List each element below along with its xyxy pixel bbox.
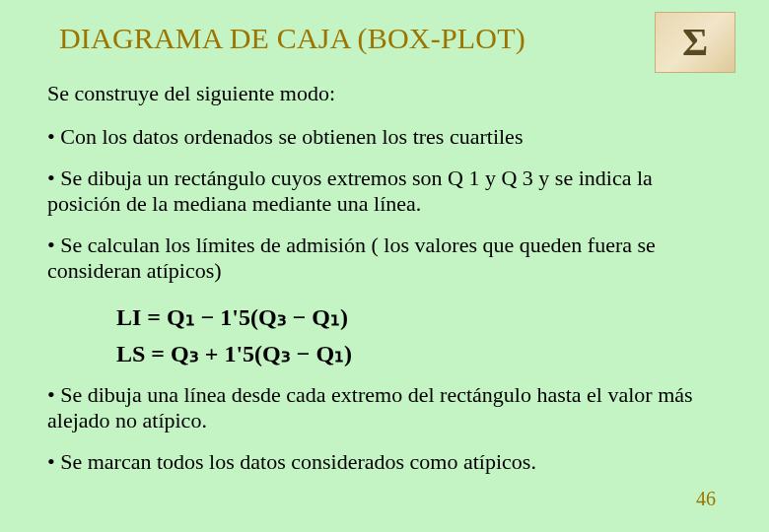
- formula-block: LI = Q₁ − 1'5(Q₃ − Q₁) LS = Q₃ + 1'5(Q₃ …: [116, 299, 722, 372]
- page-title: DIAGRAMA DE CAJA (BOX-PLOT): [59, 22, 722, 55]
- slide-body: DIAGRAMA DE CAJA (BOX-PLOT) Se construye…: [0, 0, 769, 475]
- bullet-item-4: Se dibuja una línea desde cada extremo d…: [47, 382, 722, 433]
- intro-text: Se construye del siguiente modo:: [47, 81, 722, 106]
- formula-li: LI = Q₁ − 1'5(Q₃ − Q₁): [116, 299, 722, 336]
- bullet-list: Con los datos ordenados se obtienen los …: [47, 124, 722, 284]
- bullet-item-3: Se calculan los límites de admisión ( lo…: [47, 233, 722, 284]
- bullet-item-5: Se marcan todos los datos considerados c…: [47, 449, 722, 475]
- sigma-glyph: Σ: [682, 23, 708, 62]
- page-number: 46: [696, 488, 716, 510]
- bullet-item-2: Se dibuja un rectángulo cuyos extremos s…: [47, 166, 722, 217]
- bullet-list-continued: Se dibuja una línea desde cada extremo d…: [47, 382, 722, 475]
- bullet-item-1: Con los datos ordenados se obtienen los …: [47, 124, 722, 150]
- sigma-icon: Σ: [655, 12, 735, 73]
- formula-ls: LS = Q₃ + 1'5(Q₃ − Q₁): [116, 336, 722, 372]
